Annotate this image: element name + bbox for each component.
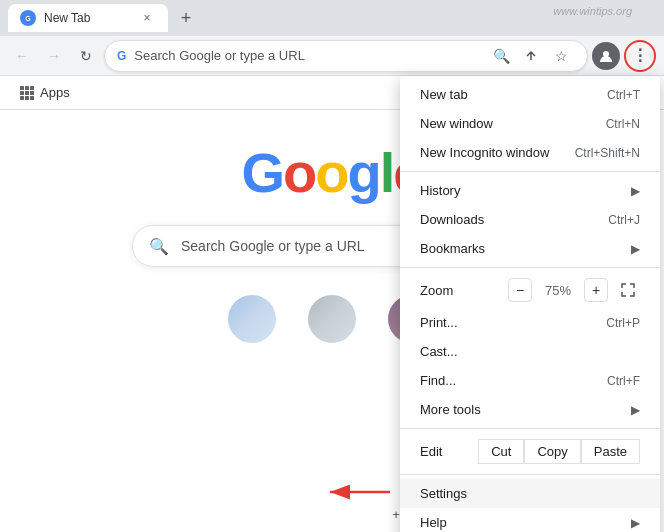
menu-item-downloads[interactable]: Downloads Ctrl+J [400,205,660,234]
logo-o1: o [283,141,315,204]
google-icon: G [117,49,126,63]
chrome-menu-button[interactable]: ⋮ [624,40,656,72]
tab-close-button[interactable]: × [138,9,156,27]
menu-history-label: History [420,183,460,198]
menu-item-new-window[interactable]: New window Ctrl+N [400,109,660,138]
menu-find-shortcut: Ctrl+F [607,374,640,388]
menu-downloads-shortcut: Ctrl+J [608,213,640,227]
menu-item-find[interactable]: Find... Ctrl+F [400,366,660,395]
menu-downloads-label: Downloads [420,212,484,227]
menu-item-cast[interactable]: Cast... [400,337,660,366]
copy-button[interactable]: Copy [524,439,580,464]
menu-divider-1 [400,171,660,172]
menu-settings-label: Settings [420,486,467,501]
edit-buttons: Cut Copy Paste [478,439,640,464]
menu-help-label: Help [420,515,447,530]
fullscreen-button[interactable] [616,278,640,302]
menu-print-label: Print... [420,315,458,330]
forward-button[interactable]: → [40,42,68,70]
browser-tab[interactable]: G New Tab × [8,4,168,32]
menu-cast-label: Cast... [420,344,458,359]
shortcut-icon-2 [308,295,356,343]
shortcut-2[interactable] [298,295,366,375]
menu-incognito-label: New Incognito window [420,145,549,160]
logo-o2: o [315,141,347,204]
profile-button[interactable] [592,42,620,70]
menu-divider-2 [400,267,660,268]
tab-title: New Tab [44,11,90,25]
zoom-label: Zoom [420,283,500,298]
menu-bookmarks-arrow: ▶ [631,242,640,256]
menu-print-shortcut: Ctrl+P [606,316,640,330]
new-tab-button[interactable]: + [172,4,200,32]
title-bar: G New Tab × + [0,0,664,36]
menu-item-print[interactable]: Print... Ctrl+P [400,308,660,337]
apps-label: Apps [40,85,70,100]
zoom-out-button[interactable]: − [508,278,532,302]
menu-new-window-shortcut: Ctrl+N [606,117,640,131]
menu-new-window-label: New window [420,116,493,131]
tab-favicon: G [20,10,36,26]
apps-grid-icon [20,86,34,100]
menu-divider-3 [400,428,660,429]
google-logo: Google [242,140,423,205]
shortcut-icon-1 [228,295,276,343]
url-bar[interactable]: G Search Google or type a URL 🔍 ☆ [104,40,588,72]
search-text: Search Google or type a URL [181,238,365,254]
refresh-button[interactable]: ↻ [72,42,100,70]
settings-row-container: Settings [400,479,660,508]
logo-g: G [242,141,284,204]
menu-edit-row: Edit Cut Copy Paste [400,433,660,470]
menu-item-more-tools[interactable]: More tools ▶ [400,395,660,424]
menu-new-tab-shortcut: Ctrl+T [607,88,640,102]
add-icon: + [392,507,400,522]
menu-zoom-row: Zoom − 75% + [400,272,660,308]
svg-text:G: G [25,15,31,22]
chrome-dropdown-menu: New tab Ctrl+T New window Ctrl+N New Inc… [400,76,660,532]
search-icon: 🔍 [149,237,169,256]
edit-label: Edit [420,444,478,459]
menu-incognito-shortcut: Ctrl+Shift+N [575,146,640,160]
menu-bookmarks-label: Bookmarks [420,241,485,256]
menu-help-arrow: ▶ [631,516,640,530]
menu-item-history[interactable]: History ▶ [400,176,660,205]
address-icons: 🔍 ☆ [487,42,575,70]
address-bar: ← → ↻ G Search Google or type a URL 🔍 ☆ [0,36,664,76]
bookmark-icon[interactable]: ☆ [547,42,575,70]
menu-history-arrow: ▶ [631,184,640,198]
menu-item-bookmarks[interactable]: Bookmarks ▶ [400,234,660,263]
menu-item-settings[interactable]: Settings [400,479,660,508]
menu-divider-4 [400,474,660,475]
zoom-value: 75% [540,283,576,298]
search-lens-icon[interactable]: 🔍 [487,42,515,70]
menu-find-label: Find... [420,373,456,388]
paste-button[interactable]: Paste [581,439,640,464]
menu-more-tools-label: More tools [420,402,481,417]
zoom-in-button[interactable]: + [584,278,608,302]
share-icon[interactable] [517,42,545,70]
url-text: Search Google or type a URL [134,48,479,63]
menu-item-help[interactable]: Help ▶ [400,508,660,532]
menu-new-tab-label: New tab [420,87,468,102]
menu-item-incognito[interactable]: New Incognito window Ctrl+Shift+N [400,138,660,167]
logo-l: l [380,141,394,204]
shortcut-1[interactable] [218,295,286,375]
cut-button[interactable]: Cut [478,439,524,464]
menu-more-tools-arrow: ▶ [631,403,640,417]
apps-bookmarks-item[interactable]: Apps [12,81,78,104]
logo-g2: g [348,141,380,204]
back-button[interactable]: ← [8,42,36,70]
menu-item-new-tab[interactable]: New tab Ctrl+T [400,80,660,109]
